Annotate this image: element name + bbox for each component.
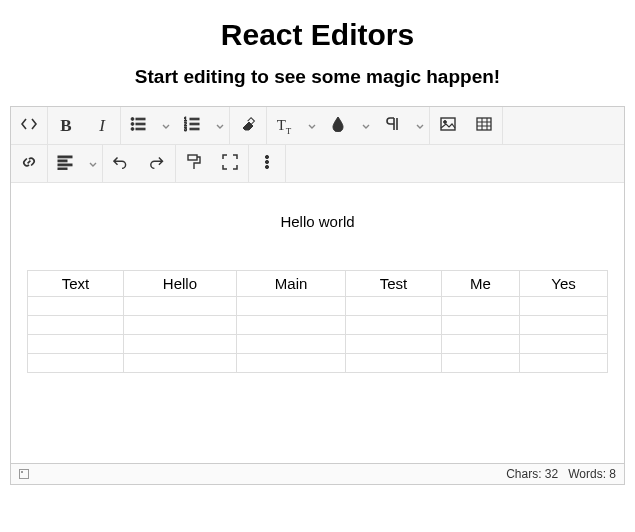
link-icon (21, 154, 37, 174)
table-header-cell[interactable]: Main (237, 271, 346, 297)
word-count: Words: 8 (568, 467, 616, 481)
page-subtitle: Start editing to see some magic happen! (10, 66, 625, 88)
table-cell[interactable] (237, 354, 346, 373)
table-cell[interactable] (520, 297, 608, 316)
drop-icon (330, 116, 346, 136)
table-cell[interactable] (123, 297, 236, 316)
format-painter-button[interactable] (176, 145, 212, 182)
char-count: Chars: 32 (506, 467, 558, 481)
table-header-cell[interactable]: Hello (123, 271, 236, 297)
eraser-icon (240, 116, 256, 136)
chevron-down-icon (162, 117, 170, 135)
text-color-button[interactable] (321, 107, 357, 144)
table-cell[interactable] (28, 316, 124, 335)
editor-statusbar: Chars: 32 Words: 8 (11, 463, 624, 484)
align-dropdown[interactable] (84, 145, 102, 182)
chevron-down-icon (89, 155, 97, 173)
editor-content-area[interactable]: Hello world TextHelloMainTestMeYes (11, 183, 624, 463)
table-cell[interactable] (520, 335, 608, 354)
align-icon (57, 154, 73, 174)
rich-text-editor: BITT Hello world TextHelloMainTestMeYes … (10, 106, 625, 485)
eraser-button[interactable] (230, 107, 266, 144)
editor-toolbar: BITT (11, 107, 624, 183)
table-cell[interactable] (441, 335, 519, 354)
table-header-cell[interactable]: Text (28, 271, 124, 297)
table-cell[interactable] (28, 335, 124, 354)
table-cell[interactable] (441, 316, 519, 335)
undo-button[interactable] (103, 145, 139, 182)
paragraph-style-button[interactable] (375, 107, 411, 144)
italic-icon: I (99, 116, 105, 136)
bold-button[interactable]: B (48, 107, 84, 144)
code-view-button[interactable] (11, 107, 47, 144)
redo-button[interactable] (139, 145, 175, 182)
tt-icon: TT (277, 116, 292, 136)
more-icon (259, 154, 275, 174)
align-button[interactable] (48, 145, 84, 182)
more-button[interactable] (249, 145, 285, 182)
unordered-list-dropdown[interactable] (157, 107, 175, 144)
insert-link-button[interactable] (11, 145, 47, 182)
image-icon (440, 116, 456, 136)
table-cell[interactable] (441, 354, 519, 373)
ol-icon (184, 116, 200, 136)
paragraph-format-button[interactable]: TT (267, 107, 303, 144)
chevron-down-icon (308, 117, 316, 135)
table-cell[interactable] (346, 335, 442, 354)
chevron-down-icon (416, 117, 424, 135)
table-header-cell[interactable]: Yes (520, 271, 608, 297)
table-cell[interactable] (520, 316, 608, 335)
insert-table-button[interactable] (466, 107, 502, 144)
table-header-cell[interactable]: Me (441, 271, 519, 297)
paint-icon (186, 154, 202, 174)
table-cell[interactable] (346, 316, 442, 335)
paragraph-style-dropdown[interactable] (411, 107, 429, 144)
table-cell[interactable] (237, 297, 346, 316)
undo-icon (113, 154, 129, 174)
paragraph-format-dropdown[interactable] (303, 107, 321, 144)
content-table[interactable]: TextHelloMainTestMeYes (27, 270, 608, 373)
table-cell[interactable] (346, 297, 442, 316)
fullscreen-button[interactable] (212, 145, 248, 182)
table-cell[interactable] (237, 316, 346, 335)
pilcrow-icon (384, 116, 400, 136)
unordered-list-button[interactable] (121, 107, 157, 144)
ul-icon (130, 116, 146, 136)
table-cell[interactable] (123, 316, 236, 335)
chevron-down-icon (216, 117, 224, 135)
code-icon (21, 116, 37, 136)
redo-icon (149, 154, 165, 174)
italic-button[interactable]: I (84, 107, 120, 144)
table-cell[interactable] (123, 354, 236, 373)
bold-icon: B (60, 116, 71, 136)
table-cell[interactable] (520, 354, 608, 373)
resize-handle-icon[interactable] (19, 469, 29, 479)
chevron-down-icon (362, 117, 370, 135)
fullscreen-icon (222, 154, 238, 174)
table-cell[interactable] (28, 297, 124, 316)
page-title: React Editors (10, 18, 625, 52)
table-cell[interactable] (123, 335, 236, 354)
table-cell[interactable] (346, 354, 442, 373)
text-color-dropdown[interactable] (357, 107, 375, 144)
table-cell[interactable] (441, 297, 519, 316)
insert-image-button[interactable] (430, 107, 466, 144)
ordered-list-dropdown[interactable] (211, 107, 229, 144)
table-icon (476, 116, 492, 136)
table-cell[interactable] (237, 335, 346, 354)
table-header-cell[interactable]: Test (346, 271, 442, 297)
table-cell[interactable] (28, 354, 124, 373)
ordered-list-button[interactable] (175, 107, 211, 144)
content-paragraph[interactable]: Hello world (19, 213, 616, 230)
